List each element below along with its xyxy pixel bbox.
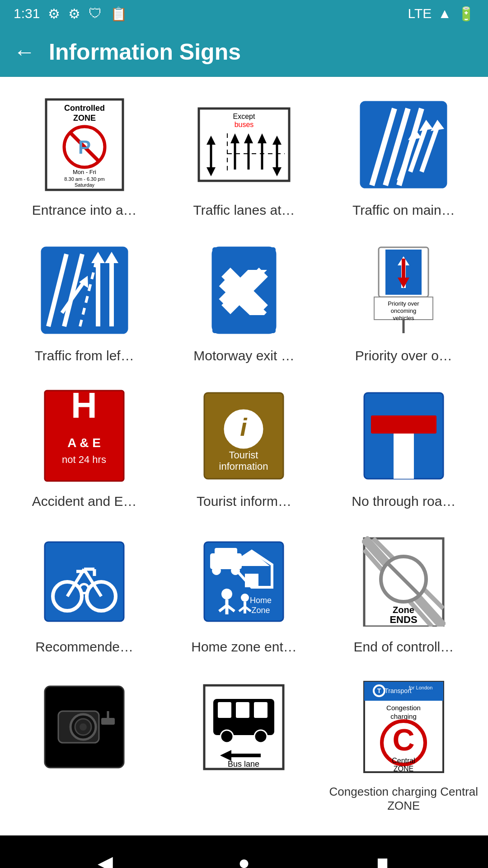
svg-rect-124 <box>254 702 267 718</box>
main-content: Controlled ZONE P Mon - Fri 8.30 am - 6.… <box>0 77 488 835</box>
sign-image-7: H A & E not 24 hrs <box>35 386 134 486</box>
recommended-cycle-sign <box>42 540 126 623</box>
svg-text:Central: Central <box>392 757 415 764</box>
app-bar: ← Information Signs <box>0 27 488 77</box>
svg-text:Mon - Fri: Mon - Fri <box>73 169 96 175</box>
svg-text:Tourist: Tourist <box>229 449 258 461</box>
svg-rect-123 <box>236 702 249 718</box>
sign-item-11[interactable]: Home Zone Home zone ent… <box>164 523 324 668</box>
svg-rect-74 <box>371 415 436 434</box>
svg-text:ZONE: ZONE <box>73 113 96 123</box>
sign-item-5[interactable]: Motorway exit … <box>164 231 324 377</box>
svg-text:Congestion: Congestion <box>386 704 421 712</box>
sign-item-3[interactable]: Traffic on main… <box>324 86 483 231</box>
sign-image-1: Controlled ZONE P Mon - Fri 8.30 am - 6.… <box>35 95 134 194</box>
svg-text:C: C <box>392 722 414 757</box>
back-button[interactable]: ← <box>14 39 35 64</box>
battery-icon: 🔋 <box>458 6 474 22</box>
settings1-icon: ⚙ <box>48 6 60 22</box>
svg-text:Controlled: Controlled <box>64 104 105 113</box>
svg-point-90 <box>212 566 221 575</box>
svg-rect-76 <box>394 474 414 479</box>
nav-recent-button[interactable]: ■ <box>365 844 401 868</box>
no-through-road-sign <box>362 391 446 481</box>
sign-item-15[interactable]: T Transport for London Congestion chargi… <box>324 668 483 826</box>
priority-over-sign: Priority over oncoming vehicles <box>361 245 446 335</box>
sign-item-1[interactable]: Controlled ZONE P Mon - Fri 8.30 am - 6.… <box>5 86 164 231</box>
svg-text:Zone: Zone <box>252 606 270 615</box>
svg-text:Priority over: Priority over <box>388 300 420 307</box>
end-controlled-sign: Zone ENDS <box>362 536 446 627</box>
svg-point-99 <box>241 594 249 602</box>
svg-text:i: i <box>240 413 248 441</box>
controlled-zone-sign: Controlled ZONE P Mon - Fri 8.30 am - 6.… <box>44 97 125 192</box>
signs-grid: Controlled ZONE P Mon - Fri 8.30 am - 6.… <box>5 86 483 826</box>
sign-image-13 <box>35 677 134 777</box>
sign-item-10[interactable]: Recommende… <box>5 523 164 668</box>
sign-item-8[interactable]: i Tourist information Tourist inform… <box>164 377 324 523</box>
traffic-left-sign <box>39 245 130 335</box>
sign-label-7: Accident and E… <box>32 494 137 509</box>
svg-rect-50 <box>212 315 276 333</box>
svg-text:Saturday: Saturday <box>75 182 95 188</box>
sign-image-9 <box>354 386 453 486</box>
tourist-info-sign: i Tourist information <box>202 391 286 481</box>
svg-text:8.30 am - 6.30 pm: 8.30 am - 6.30 pm <box>64 176 104 182</box>
nav-back-button[interactable]: ◀ <box>87 844 123 868</box>
traffic-main-sign <box>358 99 449 190</box>
svg-text:A & E: A & E <box>67 436 101 450</box>
sign-item-6[interactable]: Priority over oncoming vehicles Priority… <box>324 231 483 377</box>
svg-text:for London: for London <box>409 685 433 690</box>
nav-home-button[interactable]: ● <box>226 844 262 868</box>
motorway-exit-sign <box>210 245 278 335</box>
sign-item-2[interactable]: Except buses <box>164 86 324 231</box>
svg-rect-49 <box>212 247 276 270</box>
sign-image-15: T Transport for London Congestion chargi… <box>354 677 453 777</box>
sign-item-12[interactable]: Zone ENDS End of controll… <box>324 523 483 668</box>
status-bar: 1:31 ⚙ ⚙ 🛡 📋 LTE ▲ 🔋 <box>0 0 488 27</box>
svg-point-126 <box>254 730 267 743</box>
svg-point-125 <box>221 730 233 743</box>
svg-text:buses: buses <box>235 121 254 128</box>
svg-text:H: H <box>71 388 97 425</box>
shield-icon: 🛡 <box>89 6 102 21</box>
sign-item-4[interactable]: Traffic from lef… <box>5 231 164 377</box>
svg-text:charging: charging <box>390 712 417 720</box>
sign-label-1: Entrance into a… <box>32 203 137 218</box>
sign-label-5: Motorway exit … <box>193 348 294 363</box>
sign-label-2: Traffic lanes at… <box>193 203 295 218</box>
svg-text:oncoming: oncoming <box>391 307 416 314</box>
svg-rect-118 <box>101 718 115 725</box>
sign-item-9[interactable]: No through roa… <box>324 377 483 523</box>
svg-text:not 24 hrs: not 24 hrs <box>62 454 106 465</box>
svg-text:Except: Except <box>233 113 255 120</box>
svg-rect-94 <box>245 574 258 587</box>
speed-camera-sign <box>42 684 126 770</box>
sign-image-10 <box>35 532 134 631</box>
sign-image-14: Bus lane <box>194 677 294 777</box>
sign-label-6: Priority over o… <box>355 348 452 363</box>
accident-emergency-sign: H A & E not 24 hrs <box>42 388 126 483</box>
sign-image-2: Except buses <box>194 95 294 194</box>
sign-image-8: i Tourist information <box>194 386 294 486</box>
sign-item-13[interactable] <box>5 668 164 826</box>
clipboard-icon: 📋 <box>110 6 127 22</box>
sign-item-7[interactable]: H A & E not 24 hrs Accident and E… <box>5 377 164 523</box>
svg-text:T: T <box>377 687 381 694</box>
sign-image-4 <box>35 241 134 340</box>
sign-label-4: Traffic from lef… <box>35 348 134 363</box>
sign-label-10: Recommende… <box>35 639 133 655</box>
settings2-icon: ⚙ <box>68 6 80 22</box>
sign-label-9: No through roa… <box>352 494 455 509</box>
congestion-charging-sign: T Transport for London Congestion chargi… <box>362 679 446 774</box>
page-title: Information Signs <box>49 39 241 65</box>
svg-point-117 <box>80 723 87 731</box>
nav-bar: ◀ ● ■ <box>0 835 488 868</box>
svg-text:information: information <box>219 461 268 472</box>
bus-lane-sign: Bus lane <box>202 683 286 771</box>
sign-item-14[interactable]: Bus lane <box>164 668 324 826</box>
sign-label-3: Traffic on main… <box>352 203 455 218</box>
svg-text:Zone: Zone <box>393 605 414 615</box>
svg-text:Transport: Transport <box>385 687 412 694</box>
svg-point-95 <box>221 589 232 599</box>
